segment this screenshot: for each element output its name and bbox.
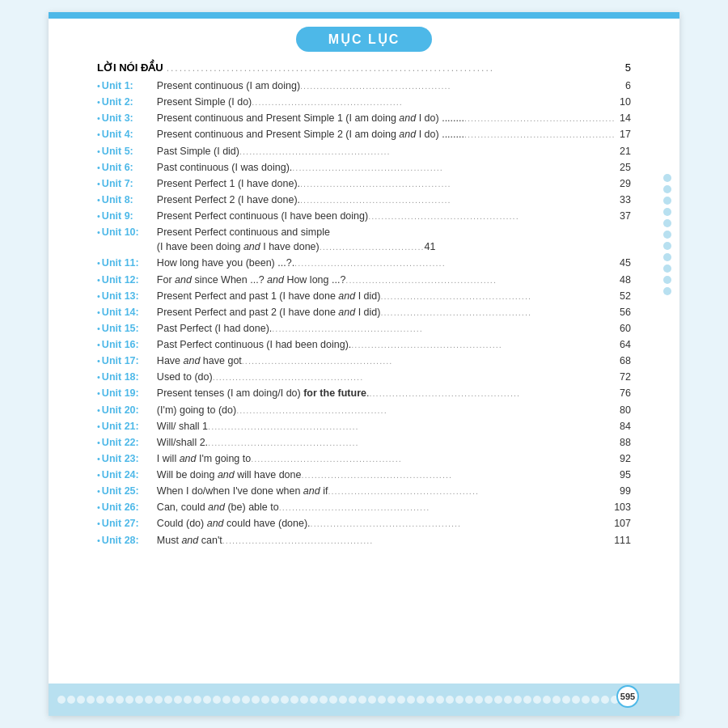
unit-page-num: 76 [620, 386, 631, 400]
decoration-dot [242, 696, 250, 704]
unit-row-22: • Unit 22:Will/shall 2..................… [97, 435, 631, 450]
unit-row-15: • Unit 15:Past Perfect (I had done).....… [97, 321, 631, 336]
unit-page-num: 84 [620, 419, 631, 434]
decoration-dot [106, 696, 114, 704]
unit-page-num: 80 [620, 403, 631, 417]
bullet-icon: • [97, 146, 100, 159]
unit-label: Unit 4: [102, 127, 157, 142]
decoration-dot [232, 696, 240, 704]
unit-row-18: • Unit 18:Used to (do) .................… [97, 370, 631, 384]
title-container: MỤC LỤC [49, 27, 679, 52]
bullet-icon: • [97, 257, 100, 270]
unit-desc: Present continuous and Present Simple 1 … [157, 111, 631, 125]
unit-desc: I will and I'm going to ................… [157, 451, 631, 466]
decoration-dot [184, 696, 192, 704]
unit-label: Unit 9: [102, 209, 157, 223]
decoration-dot [261, 696, 269, 704]
decoration-dot [417, 696, 425, 704]
decoration-dot [339, 696, 347, 704]
unit-label: Unit 24: [102, 468, 157, 482]
unit-row-5: • Unit 5:Past Simple (I did) ...........… [97, 144, 631, 159]
unit-desc: Present tenses (I am doing/I do) for the… [157, 386, 631, 400]
unit-page-num: 95 [620, 468, 631, 482]
decoration-dot [504, 696, 512, 704]
unit-page-num: 111 [614, 533, 631, 548]
decoration-dot [455, 696, 463, 704]
unit-label: Unit 14: [102, 305, 157, 320]
decoration-dot [485, 696, 493, 704]
unit-desc: Could (do) and could have (done)........… [157, 516, 631, 531]
unit-row-9: • Unit 9:Present Perfect continuous (I h… [97, 209, 631, 223]
decoration-dot [426, 696, 434, 704]
decoration-dot [601, 696, 609, 704]
bullet-icon: • [97, 453, 100, 466]
unit-page-num: 60 [620, 321, 631, 336]
unit-page-num: 88 [620, 435, 631, 450]
unit-label: Unit 28: [102, 533, 157, 548]
unit-desc: Present Perfect and past 1 (I have done … [157, 289, 631, 303]
unit-row-10: • Unit 10:Present Perfect continuous and… [97, 225, 631, 254]
decoration-dot [378, 696, 386, 704]
unit-description-text: Present Perfect 2 (I have done). [157, 193, 300, 207]
unit-page-num: 25 [620, 160, 631, 175]
unit-description-text: Present continuous (I am doing) [157, 78, 300, 93]
unit-label: Unit 15: [102, 321, 157, 336]
unit-label: Unit 27: [102, 516, 157, 531]
unit-page-num: 48 [620, 273, 631, 287]
unit-page-num: 21 [620, 144, 631, 159]
bullet-icon: • [97, 112, 100, 125]
unit-page-num: 72 [620, 370, 631, 384]
unit-desc: Have and have got ......................… [157, 353, 631, 368]
unit-description-text: Past Perfect continuous (I had been doin… [157, 337, 351, 352]
unit-label: Unit 16: [102, 337, 157, 352]
unit-row-14: • Unit 14:Present Perfect and past 2 (I … [97, 305, 631, 320]
unit-label: Unit 25: [102, 484, 157, 498]
unit-desc: For and since When ...? and How long ...… [157, 273, 631, 287]
unit-label: Unit 3: [102, 111, 157, 125]
unit-label: Unit 20: [102, 403, 157, 417]
unit-page-num: 45 [620, 256, 631, 270]
unit-row-17: • Unit 17:Have and have got ............… [97, 353, 631, 368]
right-decoration [663, 174, 671, 295]
content-area: LỜI NÓI ĐẦU ............................… [49, 61, 679, 548]
decoration-dot [213, 696, 221, 704]
decoration-dot [591, 696, 599, 704]
page: MỤC LỤC LỜI NÓI ĐẦU ....................… [49, 12, 679, 716]
unit-label: Unit 7: [102, 176, 157, 191]
unit-desc: How long have you (been) ...?...........… [157, 256, 631, 270]
intro-label: LỜI NÓI ĐẦU [97, 61, 163, 74]
unit-description-text: Can, could and (be) able to [157, 500, 279, 514]
unit-row-2: • Unit 2:Present Simple (I do) .........… [97, 95, 631, 109]
decoration-dot [125, 696, 133, 704]
decoration-dot [543, 696, 551, 704]
decoration-dot [358, 696, 366, 704]
unit-desc: (I'm) going to (do).....................… [157, 403, 631, 417]
decoration-dot [300, 696, 308, 704]
intro-row: LỜI NÓI ĐẦU ............................… [97, 61, 631, 74]
unit-description-text: Will/ shall 1 [157, 419, 208, 434]
decoration-dot [174, 696, 182, 704]
decoration-dot [116, 696, 124, 704]
unit-description-text: Will be doing and will have done [157, 468, 302, 482]
unit-page-num: 29 [620, 176, 631, 191]
units-list: • Unit 1:Present continuous (I am doing)… [97, 78, 631, 548]
unit-desc: Past Perfect (I had done)...............… [157, 321, 631, 336]
decoration-dot [145, 696, 153, 704]
unit-desc: Present Perfect and past 2 (I have done … [157, 305, 631, 320]
decoration-dot [562, 696, 570, 704]
unit-description-text: For and since When ...? and How long ...… [157, 273, 346, 287]
decoration-dot [67, 696, 75, 704]
unit-page-num: 37 [620, 209, 631, 223]
unit-label: Unit 23: [102, 451, 157, 466]
unit-page-num: 68 [620, 353, 631, 368]
bullet-icon: • [97, 371, 100, 384]
unit-desc: Past Perfect continuous (I had been doin… [157, 337, 631, 352]
unit-desc: When I do/when I've done when and if ...… [157, 484, 631, 498]
unit-row-26: • Unit 26:Can, could and (be) able to ..… [97, 500, 631, 514]
unit-label: Unit 12: [102, 273, 157, 287]
unit-page-num: 107 [614, 516, 631, 531]
decoration-dot [349, 696, 357, 704]
unit-row-23: • Unit 23:I will and I'm going to ......… [97, 451, 631, 466]
decoration-dot [87, 696, 95, 704]
unit-row-28: • Unit 28:Must and can't ...............… [97, 533, 631, 548]
